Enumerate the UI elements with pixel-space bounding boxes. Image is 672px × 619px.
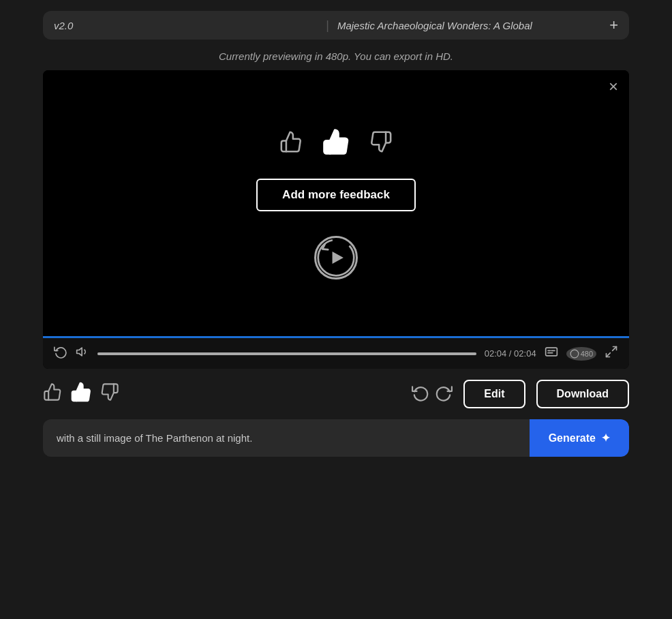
controls-bar: 02:04 / 02:04 480 (43, 338, 629, 369)
edit-button[interactable]: Edit (463, 380, 525, 408)
fullscreen-icon[interactable] (605, 345, 618, 362)
playback-track[interactable] (97, 352, 476, 355)
undo-redo-group (412, 384, 453, 404)
add-feedback-button[interactable]: Add more feedback (256, 179, 416, 211)
preview-note: Currently previewing in 480p. You can ex… (219, 50, 453, 62)
svg-point-7 (570, 350, 579, 358)
thumbs-up-small-icon[interactable] (279, 130, 303, 157)
add-tab-button[interactable]: + (609, 18, 618, 33)
action-thumbs-down-icon[interactable] (100, 382, 119, 406)
tab-divider: | (326, 18, 329, 33)
tab-version: v2.0 (54, 20, 318, 31)
replay-button[interactable] (314, 236, 358, 280)
action-rating-group (43, 381, 119, 407)
video-progress-bar[interactable] (43, 336, 629, 338)
thumbs-up-large-icon[interactable] (322, 127, 350, 160)
svg-line-9 (607, 353, 611, 357)
action-bar: Edit Download (43, 380, 629, 408)
video-container: × Add more f (43, 70, 629, 369)
captions-icon[interactable] (545, 345, 558, 362)
svg-rect-3 (545, 348, 557, 356)
undo-button[interactable] (412, 384, 429, 404)
thumbs-down-icon[interactable] (369, 130, 393, 157)
tab-bar: v2.0 | Majestic Archaeological Wonders: … (43, 11, 629, 40)
action-thumbs-up-small-icon[interactable] (43, 382, 62, 406)
playback-fill (97, 352, 476, 355)
replay-ctrl-icon[interactable] (54, 345, 67, 362)
time-display: 02:04 / 02:04 (485, 348, 536, 359)
svg-marker-2 (77, 348, 82, 356)
prompt-input[interactable] (43, 420, 530, 456)
close-button[interactable]: × (609, 78, 618, 95)
action-thumbs-up-large-icon[interactable] (70, 381, 92, 407)
download-button[interactable]: Download (536, 380, 629, 408)
redo-button[interactable] (435, 384, 453, 404)
generate-label: Generate (549, 432, 596, 444)
video-main: × Add more f (43, 70, 629, 336)
rating-row (279, 127, 393, 160)
volume-ctrl-icon[interactable] (76, 345, 89, 362)
quality-badge[interactable]: 480 (566, 347, 596, 361)
svg-marker-1 (333, 251, 343, 263)
prompt-bar: Generate ✦ (43, 419, 629, 457)
tab-title: Majestic Archaeological Wonders: A Globa… (337, 20, 601, 31)
sparkle-icon: ✦ (601, 432, 610, 444)
generate-button[interactable]: Generate ✦ (530, 419, 629, 457)
svg-line-8 (613, 347, 617, 351)
